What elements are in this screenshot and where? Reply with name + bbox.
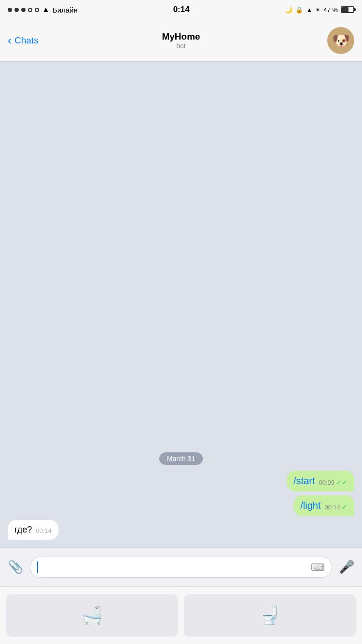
attach-icon: 📎	[8, 560, 23, 574]
date-badge: March 31	[159, 452, 203, 465]
msg-text-start: /start	[293, 476, 315, 487]
bath-icon: 🛁	[81, 605, 103, 626]
toilet-icon: 🚽	[259, 605, 281, 626]
bluetooth-icon: ✴	[315, 6, 320, 14]
msg-time-gde: 00:14	[36, 527, 52, 534]
nav-center: MyHome bot	[162, 31, 200, 50]
text-input-wrapper[interactable]: ⌨	[30, 557, 332, 578]
battery-percent: 47 %	[323, 6, 338, 14]
dot4	[28, 8, 32, 12]
dot2	[14, 8, 19, 12]
status-right: 🌙 🔒 ▲ ✴ 47 %	[285, 6, 354, 14]
dot1	[8, 8, 12, 12]
signal-dots	[8, 8, 39, 12]
toolbar-btn-bath[interactable]: 🛁	[6, 594, 178, 637]
nav-bar: ‹ Chats MyHome bot 🐶	[0, 19, 362, 62]
messages-container: /start 00:09 ✓✓ /light 00:14 ✓ где?	[8, 471, 354, 540]
text-cursor	[37, 561, 38, 573]
lock-icon: 🔒	[295, 6, 303, 14]
dot3	[21, 8, 26, 12]
status-bar: ▲ Билайн 0:14 🌙 🔒 ▲ ✴ 47 %	[0, 0, 362, 19]
bot-avatar[interactable]: 🐶	[327, 27, 354, 54]
mic-icon: 🎤	[339, 560, 354, 574]
battery-fill	[342, 7, 348, 12]
check-marks-light: ✓	[342, 503, 348, 511]
msg-text-light: /light	[300, 500, 320, 511]
status-left: ▲ Билайн	[8, 5, 78, 14]
back-chevron-icon: ‹	[8, 34, 12, 47]
back-label: Chats	[14, 35, 39, 46]
status-time: 0:14	[173, 5, 190, 14]
chat-area: March 31 /start 00:09 ✓✓ /light 00:14 ✓	[0, 62, 362, 547]
dot5	[35, 8, 39, 12]
msg-time-light: 00:14	[324, 504, 340, 511]
avatar-emoji: 🐶	[332, 32, 350, 49]
msg-text-gde: где?	[14, 525, 32, 535]
keyboard-toggle-button[interactable]: ⌨	[311, 561, 325, 573]
input-area: 📎 ⌨ 🎤	[0, 547, 362, 586]
moon-icon: 🌙	[285, 6, 292, 14]
bubble-in-gde: где? 00:14	[8, 520, 58, 540]
msg-meta-start: 00:09 ✓✓	[319, 478, 348, 486]
battery-icon	[341, 6, 354, 13]
voice-button[interactable]: 🎤	[337, 558, 356, 577]
message-start: /start 00:09 ✓✓	[8, 471, 354, 491]
bottom-toolbar: 🛁 🚽	[0, 586, 362, 644]
msg-meta-gde: 00:14	[36, 527, 52, 534]
nav-subtitle: bot	[162, 42, 200, 50]
carrier-name: Билайн	[53, 6, 78, 14]
location-icon: ▲	[306, 6, 312, 14]
nav-title: MyHome	[162, 31, 200, 42]
date-divider: March 31	[8, 452, 354, 465]
wifi-icon: ▲	[42, 5, 50, 14]
bubble-out-light: /light 00:14 ✓	[293, 495, 354, 516]
toolbar-btn-toilet[interactable]: 🚽	[184, 594, 356, 637]
msg-time-start: 00:09	[319, 479, 334, 486]
back-button[interactable]: ‹ Chats	[8, 34, 39, 47]
message-gde: где? 00:14	[8, 520, 354, 540]
attach-button[interactable]: 📎	[6, 558, 25, 577]
message-light: /light 00:14 ✓	[8, 495, 354, 516]
msg-meta-light: 00:14 ✓	[324, 503, 348, 511]
bubble-out-start: /start 00:09 ✓✓	[287, 471, 354, 491]
check-marks-start: ✓✓	[336, 478, 348, 486]
